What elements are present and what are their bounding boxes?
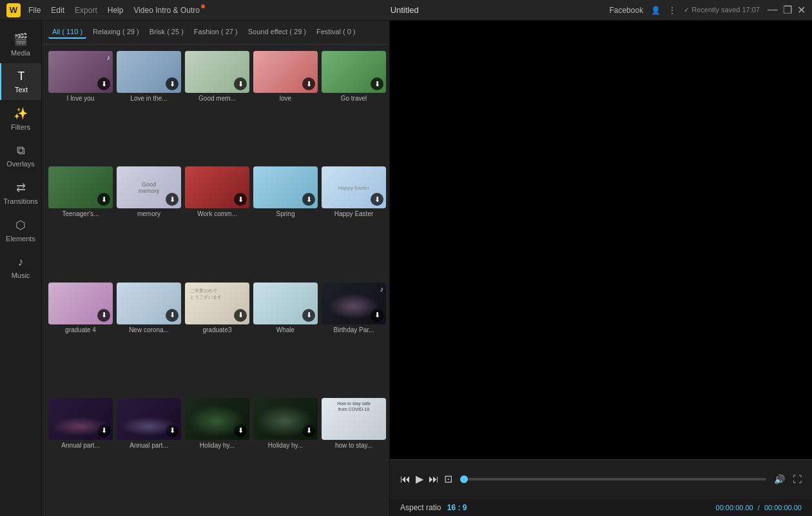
download-button[interactable]: ⬇: [97, 309, 110, 322]
menu-video-intro[interactable]: Video Intro & Outro: [133, 6, 200, 15]
minimize-button[interactable]: —: [768, 4, 778, 16]
list-item[interactable]: ⬇ Holiday hy...: [253, 398, 318, 510]
filters-icon: ✨: [14, 106, 28, 121]
fullscreen-icon[interactable]: ⛶: [793, 474, 802, 484]
media-icon: 🎬: [14, 32, 28, 46]
list-item[interactable]: How to stay safefrom COVID-19 how to sta…: [322, 398, 386, 510]
preview-panel: ⏮ ▶ ⏭ ⊡ 🔊 ⛶ Aspect ratio 16 : 9 00:00:00…: [390, 21, 812, 516]
media-label: Annual part...: [48, 442, 113, 449]
media-label: New corona...: [117, 326, 181, 333]
tab-relaxing[interactable]: Relaxing ( 29 ): [89, 26, 143, 39]
download-button[interactable]: ⬇: [234, 309, 247, 322]
media-label: how to stay...: [322, 442, 386, 449]
list-item[interactable]: ⬇ Holiday hy...: [185, 398, 249, 510]
list-item[interactable]: ⬇ Good mem...: [185, 51, 249, 163]
download-button[interactable]: ⬇: [234, 77, 247, 90]
list-item[interactable]: ⬇ love: [253, 51, 318, 163]
elements-icon: ⬡: [15, 218, 26, 232]
download-button[interactable]: ⬇: [97, 77, 110, 90]
tab-fashion[interactable]: Fashion ( 27 ): [190, 26, 242, 39]
maximize-button[interactable]: ❐: [783, 4, 792, 16]
playback-buttons: ⏮ ▶ ⏭ ⊡: [400, 473, 452, 485]
media-label: I love you: [48, 95, 113, 102]
download-button[interactable]: ⬇: [97, 193, 110, 206]
list-item[interactable]: ♪ ⬇ I love you: [48, 51, 113, 163]
list-item[interactable]: ♪ ⬇ Birthday Par...: [322, 283, 386, 394]
list-item[interactable]: ⬇ New corona...: [117, 283, 181, 394]
media-label: Work comm...: [185, 210, 249, 217]
media-thumb: ⬇: [253, 283, 318, 324]
download-button[interactable]: ⬇: [302, 309, 315, 322]
tab-all[interactable]: All ( 110 ): [48, 26, 86, 39]
aspect-label-text: Aspect ratio: [400, 503, 441, 512]
download-button[interactable]: ⬇: [166, 77, 179, 90]
music-icon: ♪: [18, 255, 24, 269]
list-item[interactable]: ⬇ Annual part...: [48, 398, 113, 510]
list-item[interactable]: ⬇ ご卒業おめでとうございます graduate3: [185, 283, 249, 394]
download-button[interactable]: ⬇: [166, 193, 179, 206]
category-tabs: All ( 110 ) Relaxing ( 29 ) Brisk ( 25 )…: [42, 21, 389, 45]
media-thumb: ⬇: [185, 51, 249, 93]
list-item[interactable]: ⬇ Love in the...: [117, 51, 181, 163]
media-label: love: [253, 95, 318, 102]
download-button[interactable]: ⬇: [166, 309, 179, 322]
list-item[interactable]: ⬇ Spring: [253, 166, 318, 278]
menu-edit[interactable]: Edit: [51, 6, 64, 15]
user-icon[interactable]: 👤: [651, 6, 661, 15]
sidebar-item-filters[interactable]: ✨ Filters: [0, 100, 41, 137]
download-button[interactable]: ⬇: [234, 193, 247, 206]
time-total: 00:00:00.00: [764, 504, 802, 511]
media-label: Happy Easter: [322, 210, 386, 217]
download-button[interactable]: ⬇: [371, 193, 383, 206]
tab-brisk[interactable]: Brisk ( 25 ): [146, 26, 188, 39]
sidebar-item-elements[interactable]: ⬡ Elements: [0, 212, 41, 249]
media-thumb: ⬇: [322, 51, 386, 93]
menu-help[interactable]: Help: [108, 6, 124, 15]
list-item[interactable]: ⬇ Happy Easter Happy Easter: [322, 166, 386, 278]
sidebar-item-transitions[interactable]: ⇄ Transitions: [0, 174, 41, 212]
media-thumb: ⬇: [185, 398, 249, 440]
music-note-icon: ♪: [380, 285, 384, 293]
download-button[interactable]: ⬇: [302, 77, 315, 90]
play-button[interactable]: ▶: [416, 473, 423, 485]
time-current: 00:00:00.00: [716, 504, 753, 511]
sidebar-item-overlays[interactable]: ⧉ Overlays: [0, 137, 41, 174]
volume-icon[interactable]: 🔊: [774, 474, 785, 484]
titlebar-left: W File Edit Export Help Video Intro & Ou…: [6, 3, 200, 17]
sidebar-item-media[interactable]: 🎬 Media: [0, 26, 41, 63]
more-options-icon[interactable]: ⋮: [668, 6, 676, 15]
content-panel: All ( 110 ) Relaxing ( 29 ) Brisk ( 25 )…: [42, 21, 390, 516]
media-thumb: ⬇ Goodmemory: [117, 166, 181, 208]
title-bar: W File Edit Export Help Video Intro & Ou…: [0, 0, 812, 21]
tab-festival[interactable]: Festival ( 0 ): [313, 26, 360, 39]
fast-forward-button[interactable]: ⏭: [429, 473, 439, 485]
rewind-button[interactable]: ⏮: [400, 473, 411, 485]
close-button[interactable]: ✕: [797, 4, 806, 16]
progress-bar[interactable]: [460, 478, 766, 481]
sidebar-item-text[interactable]: T Text: [0, 63, 41, 100]
download-button[interactable]: ⬇: [371, 77, 383, 90]
titlebar-right: Facebook 👤 ⋮ ✓ Recently saved 17:07 — ❐ …: [609, 4, 806, 16]
media-thumb: ⬇: [117, 398, 181, 440]
sidebar-item-music[interactable]: ♪ Music: [0, 249, 41, 286]
social-account[interactable]: Facebook: [609, 6, 643, 15]
download-button[interactable]: ⬇: [302, 193, 315, 206]
list-item[interactable]: ⬇ Annual part...: [117, 398, 181, 510]
media-thumb: ⬇: [117, 283, 181, 324]
list-item[interactable]: ⬇ Go travel: [322, 51, 386, 163]
list-item[interactable]: ⬇ graduate 4: [48, 283, 113, 394]
media-label: graduate3: [185, 326, 249, 333]
menu-export[interactable]: Export: [75, 6, 97, 15]
media-thumb: ⬇: [117, 51, 181, 93]
menu-file[interactable]: File: [28, 6, 41, 15]
list-item[interactable]: ⬇ Whale: [253, 283, 318, 394]
list-item[interactable]: ⬇ Goodmemory memory: [117, 166, 181, 278]
fullscreen-toggle-button[interactable]: ⊡: [444, 473, 452, 485]
list-item[interactable]: ⬇ Teenager's...: [48, 166, 113, 278]
tab-sound-effect[interactable]: Sound effect ( 29 ): [244, 26, 310, 39]
list-item[interactable]: ⬇ Work comm...: [185, 166, 249, 278]
time-separator: /: [758, 504, 760, 511]
media-thumb: ♪ ⬇: [322, 283, 386, 324]
media-label: Teenager's...: [48, 210, 113, 217]
media-label: memory: [117, 210, 181, 217]
